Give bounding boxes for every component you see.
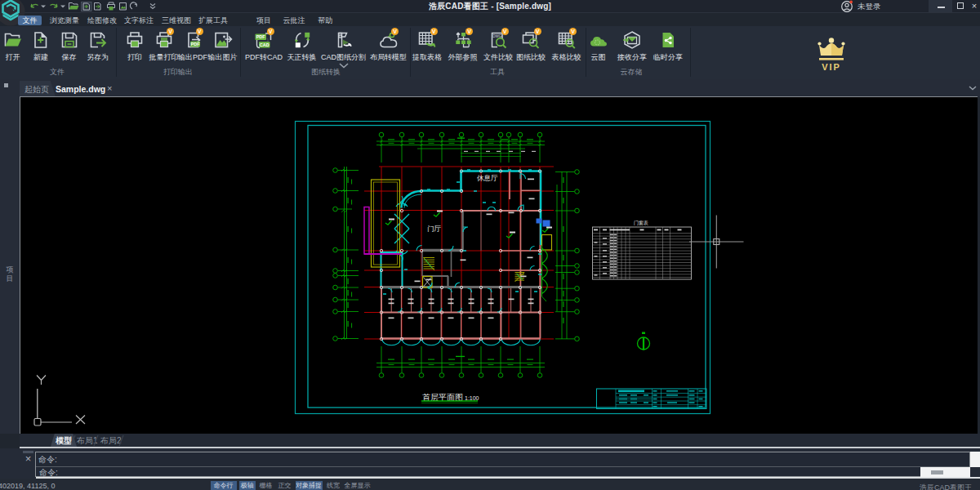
svg-text:1:100: 1:100 bbox=[465, 395, 479, 401]
svg-text:门厅: 门厅 bbox=[427, 225, 442, 233]
svg-text:门窗表: 门窗表 bbox=[634, 220, 648, 226]
svg-text:VIP: VIP bbox=[822, 62, 841, 72]
svg-text:CAD: CAD bbox=[260, 42, 270, 47]
svg-text:PDF: PDF bbox=[256, 34, 266, 39]
svg-text:休息厅: 休息厅 bbox=[477, 174, 498, 182]
svg-text:PDF: PDF bbox=[191, 42, 201, 47]
